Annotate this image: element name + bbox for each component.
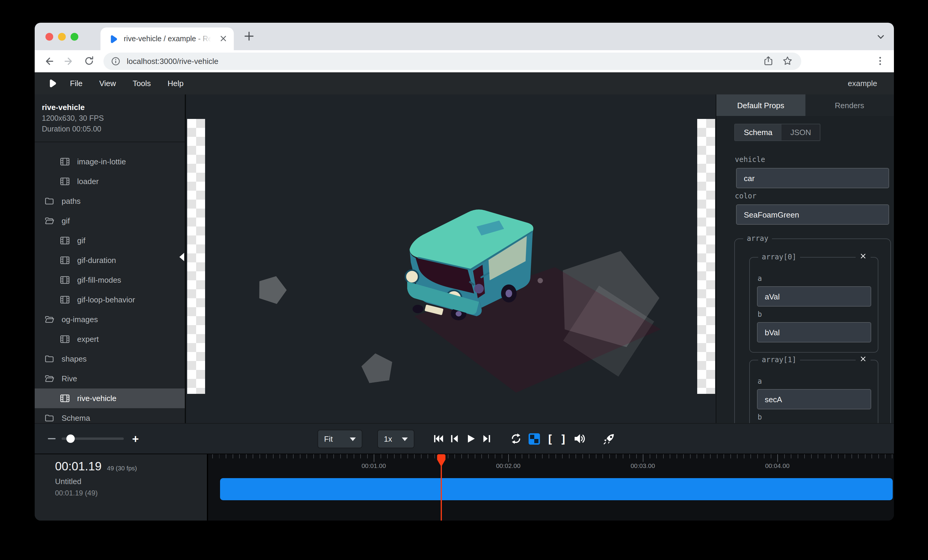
composition-info: rive-vehicle 1200x630, 30 FPS Duration 0… [35, 94, 185, 142]
previous-frame-button[interactable] [449, 433, 460, 444]
a-input[interactable]: secA [757, 389, 871, 409]
props-panel-body: Schema JSON vehicle car color SeaFoamGre… [716, 116, 894, 423]
playback-rate-value: 1x [384, 435, 392, 443]
track-duration: 00:01.19 (49) [55, 489, 207, 497]
address-bar[interactable]: localhost:3000/rive-vehicle [104, 53, 801, 70]
site-info-icon[interactable] [111, 56, 121, 66]
tab-strip-chevron-icon[interactable] [876, 32, 885, 42]
minimize-window-button[interactable] [58, 33, 66, 41]
sidebar-item-rive-vehicle[interactable]: rive-vehicle [35, 388, 185, 408]
props-panel-tabs: Default Props Renders [716, 94, 894, 116]
sidebar-item-gif-fill-modes[interactable]: gif-fill-modes [35, 270, 185, 290]
sidebar-item-label: expert [77, 335, 99, 344]
collapse-left-panel-handle[interactable] [179, 253, 184, 261]
jump-to-start-button[interactable] [433, 433, 444, 444]
sidebar-item-label: gif-loop-behavior [77, 295, 135, 304]
folder-icon [44, 196, 54, 206]
ruler-major-tick [777, 454, 778, 462]
toggle-json[interactable]: JSON [781, 124, 820, 140]
playhead-handle[interactable] [437, 454, 446, 467]
bookmark-star-icon[interactable] [782, 56, 793, 66]
zoom-out-button[interactable] [48, 438, 56, 439]
current-frame-info: 49 (30 fps) [107, 464, 137, 472]
set-in-point-button[interactable]: [ [546, 432, 553, 445]
fit-select[interactable]: Fit [317, 430, 362, 448]
remotion-logo-icon [48, 79, 57, 88]
menu-view[interactable]: View [99, 79, 116, 88]
sidebar-item-label: og-images [62, 315, 98, 324]
sidebar-item-expert[interactable]: expert [35, 329, 185, 349]
render-rocket-icon[interactable] [603, 432, 615, 445]
remove-array-1-icon[interactable] [856, 355, 871, 363]
b-input[interactable]: bVal [757, 322, 871, 342]
vehicle-input[interactable]: car [736, 168, 889, 188]
reload-icon[interactable] [84, 56, 95, 66]
loop-toggle-icon[interactable] [510, 433, 522, 445]
toggle-schema[interactable]: Schema [735, 124, 781, 140]
sidebar-item-og-images[interactable]: og-images [35, 310, 185, 329]
play-button[interactable] [465, 433, 476, 444]
composition-resolution: 1200x630, 30 FPS [42, 113, 178, 124]
app-menu-bar: File View Tools Help example [35, 72, 894, 94]
chevron-down-icon [350, 437, 356, 441]
color-label: color [735, 192, 756, 200]
new-tab-button[interactable] [243, 30, 255, 42]
transparency-checkerboard-toggle-icon[interactable] [528, 433, 540, 444]
sidebar-item-gif-duration[interactable]: gif-duration [35, 250, 185, 270]
film-icon [60, 236, 70, 246]
folder-open-icon [44, 374, 54, 384]
zoom-window-button[interactable] [70, 33, 78, 41]
menu-file[interactable]: File [70, 79, 82, 88]
jump-to-end-button[interactable] [481, 433, 492, 444]
sidebar-item-shapes[interactable]: shapes [35, 349, 185, 369]
array-legend: array [743, 234, 772, 243]
set-out-point-button[interactable]: ] [560, 432, 567, 445]
browser-toolbar: localhost:3000/rive-vehicle [35, 50, 894, 72]
browser-tab[interactable]: rive-vehicle / example - Remoti [101, 27, 234, 50]
sidebar-item-label: rive-vehicle [77, 394, 117, 403]
back-icon[interactable] [43, 56, 54, 67]
share-icon[interactable] [763, 56, 774, 66]
sidebar-item-loader[interactable]: loader [35, 172, 185, 191]
array-1-fieldset: array[1] a secA b [749, 360, 878, 423]
zoom-slider-thumb[interactable] [66, 435, 75, 443]
playback-rate-select[interactable]: 1x [377, 430, 414, 448]
array-fieldset: array array[0] a aVal b bVal array[1] [734, 239, 891, 423]
player-toolbar: + Fit 1x [ ] [35, 423, 894, 453]
zoom-slider[interactable] [62, 437, 124, 440]
sidebar-item-gif-folder[interactable]: gif [35, 211, 185, 231]
sidebar-item-image-in-lottie[interactable]: image-in-lottie [35, 152, 185, 172]
array-0-legend: array[0] [758, 253, 800, 262]
sidebar-item-rive-folder[interactable]: Rive [35, 369, 185, 388]
film-icon [60, 295, 70, 305]
decor-pentagon [360, 351, 395, 384]
tab-close-icon[interactable] [219, 34, 228, 43]
props-panel: Default Props Renders Schema JSON vehicl… [716, 94, 894, 423]
timeline-ruler[interactable] [208, 454, 894, 458]
sidebar-item-gif-loop-behavior[interactable]: gif-loop-behavior [35, 290, 185, 310]
timecode-row: 00:01.19 49 (30 fps) [55, 460, 207, 473]
tab-renders[interactable]: Renders [805, 94, 894, 116]
menu-tools[interactable]: Tools [133, 79, 151, 88]
zoom-in-button[interactable]: + [132, 433, 139, 444]
ruler-major-tick [508, 454, 509, 462]
composition-title: rive-vehicle [42, 102, 178, 113]
browser-menu-dots-icon[interactable] [875, 56, 885, 66]
timeline-track-bar[interactable] [220, 478, 893, 500]
composition-frame [187, 119, 715, 394]
a-label: a [758, 377, 762, 385]
sidebar-item-gif[interactable]: gif [35, 231, 185, 250]
film-icon [60, 157, 70, 167]
track-name: Untitled [55, 477, 207, 486]
menu-help[interactable]: Help [168, 79, 184, 88]
a-input[interactable]: aVal [757, 286, 871, 307]
forward-icon[interactable] [63, 56, 75, 67]
tab-default-props[interactable]: Default Props [716, 94, 805, 116]
color-input[interactable]: SeaFoamGreen [736, 204, 889, 225]
decor-pentagon [255, 272, 290, 305]
sidebar-item-paths[interactable]: paths [35, 191, 185, 211]
volume-icon[interactable] [574, 433, 585, 445]
close-window-button[interactable] [46, 33, 53, 41]
url-text: localhost:3000/rive-vehicle [127, 57, 218, 66]
remove-array-0-icon[interactable] [856, 252, 871, 260]
